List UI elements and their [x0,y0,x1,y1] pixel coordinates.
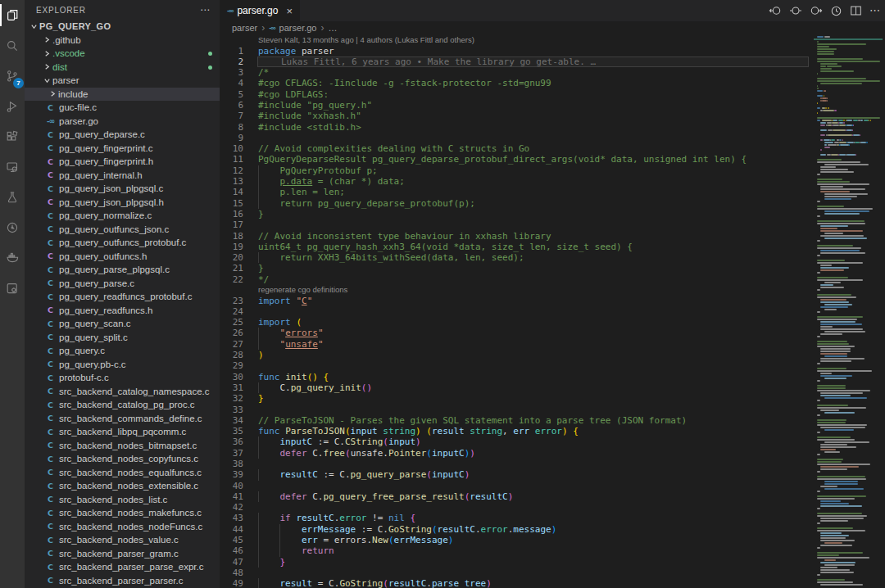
timeline-icon[interactable] [830,5,842,17]
line-number[interactable]: 10 [220,143,243,154]
line-number[interactable]: 38 [220,459,243,469]
minimap[interactable] [814,34,885,588]
line-number[interactable]: 42 [220,502,243,513]
line-number[interactable]: 11 [220,154,243,165]
line-number[interactable]: 19 [220,242,243,252]
code-link[interactable]: errors [285,328,318,338]
line-number[interactable]: 9 [220,133,243,143]
tree-file-pg_query_internal.h[interactable]: Cpg_query_internal.h [25,169,220,183]
tree-root-pg-query-go[interactable]: PG_QUERY_GO [25,20,220,34]
tree-file-src_backend_catalog_pg_proc.c[interactable]: Csrc_backend_catalog_pg_proc.c [25,398,220,412]
activity-bar-item-extensions[interactable] [0,121,25,152]
tree-file-pg_query_outfuncs_json.c[interactable]: Cpg_query_outfuncs_json.c [25,223,220,237]
line-number[interactable]: 48 [220,568,243,578]
tree-file-pg_query_scan.c[interactable]: Cpg_query_scan.c [25,317,220,331]
line-number[interactable]: 27 [220,339,243,350]
line-number[interactable]: 40 [220,481,243,491]
tree-folder-dist[interactable]: dist [25,61,220,75]
breadcrumb-file[interactable]: parser.go [279,23,317,33]
tree-file-pg_query.c[interactable]: Cpg_query.c [25,344,220,358]
line-number[interactable]: 17 [220,219,243,230]
open-changes-previous-icon[interactable] [769,5,782,16]
line-number[interactable]: 29 [220,360,243,371]
open-changes-icon[interactable] [789,5,802,16]
line-number[interactable]: 32 [220,393,243,404]
line-number[interactable]: 44 [220,524,243,535]
activity-bar-item-containers[interactable] [0,273,25,303]
line-number[interactable]: 26 [220,328,243,338]
tree-file-pg_query_outfuncs_protobuf.c[interactable]: Cpg_query_outfuncs_protobuf.c [25,236,220,250]
line-number[interactable]: 37 [220,448,243,459]
line-number[interactable]: 23 [220,296,243,306]
tree-file-src_backend_nodes_list.c[interactable]: Csrc_backend_nodes_list.c [25,493,220,507]
tree-file-src_backend_nodes_copyfuncs.c[interactable]: Csrc_backend_nodes_copyfuncs.c [25,452,220,466]
tab-parser-go[interactable]: -∞ parser.go × [220,0,300,21]
line-number[interactable]: 7 [220,111,243,121]
line-number[interactable]: 13 [220,176,243,187]
line-number[interactable]: 5 [220,89,243,100]
tree-file-src_backend_nodes_extensible.c[interactable]: Csrc_backend_nodes_extensible.c [25,479,220,493]
line-number[interactable]: 25 [220,317,243,328]
line-number[interactable]: 15 [220,198,243,209]
tree-file-src_backend_parser_parse_expr.c[interactable]: Csrc_backend_parser_parse_expr.c [25,560,220,574]
line-number[interactable]: 45 [220,535,243,545]
open-changes-next-icon[interactable] [810,5,823,16]
tree-file-src_backend_nodes_nodeFuncs.c[interactable]: Csrc_backend_nodes_nodeFuncs.c [25,520,220,534]
code-editor[interactable]: Steven Kalt, 13 months ago | 4 authors (… [220,34,814,588]
activity-bar-item-testing[interactable] [0,182,25,212]
code-link[interactable]: unsafe [285,339,318,350]
tree-file-pg_query_fingerprint.h[interactable]: Cpg_query_fingerprint.h [25,155,220,169]
tree-folder-include[interactable]: include [25,88,220,102]
line-number[interactable]: 28 [220,350,243,360]
tree-file-src_backend_parser_parser.c[interactable]: Csrc_backend_parser_parser.c [25,574,220,588]
split-editor-icon[interactable] [850,5,862,16]
tree-file-pg_query_parse_plpgsql.c[interactable]: Cpg_query_parse_plpgsql.c [25,263,220,277]
tree-file-parser.go[interactable]: -∞parser.go [25,115,220,129]
tree-file-pg_query_normalize.c[interactable]: Cpg_query_normalize.c [25,209,220,223]
line-number[interactable]: 12 [220,165,243,176]
activity-bar-item-source-control[interactable]: 7 [0,61,25,91]
tree-file-pg_query_split.c[interactable]: Cpg_query_split.c [25,331,220,345]
line-number[interactable]: 16 [220,209,243,219]
line-number[interactable]: 8 [220,122,243,133]
activity-bar-item-run-debug[interactable] [0,91,25,121]
line-number[interactable]: 4 [220,78,243,88]
tree-file-pg_query.pb-c.c[interactable]: Cpg_query.pb-c.c [25,358,220,372]
tree-file-pg_query_outfuncs.h[interactable]: Cpg_query_outfuncs.h [25,250,220,264]
activity-bar-item-explorer[interactable] [0,0,25,30]
line-number[interactable]: 1 [220,46,243,57]
line-number[interactable]: 24 [220,306,243,317]
tree-file-pg_query_deparse.c[interactable]: Cpg_query_deparse.c [25,128,220,142]
tree-file-pg_query_fingerprint.c[interactable]: Cpg_query_fingerprint.c [25,142,220,156]
tree-file-src_backend_catalog_namespace.c[interactable]: Csrc_backend_catalog_namespace.c [25,385,220,399]
tree-file-src_backend_nodes_value.c[interactable]: Csrc_backend_nodes_value.c [25,533,220,547]
line-number[interactable]: 31 [220,382,243,393]
line-number[interactable]: 39 [220,469,243,480]
tree-file-src_backend_nodes_equalfuncs.c[interactable]: Csrc_backend_nodes_equalfuncs.c [25,466,220,480]
line-number[interactable]: 41 [220,491,243,502]
tree-folder-.vscode[interactable]: .vscode [25,47,220,61]
tree-file-pg_query_json_plpgsql.h[interactable]: Cpg_query_json_plpgsql.h [25,196,220,210]
tree-file-src_backend_nodes_bitmapset.c[interactable]: Csrc_backend_nodes_bitmapset.c [25,439,220,453]
tree-file-pg_query_readfuncs.h[interactable]: Cpg_query_readfuncs.h [25,304,220,318]
line-number[interactable]: 49 [220,578,243,588]
more-actions-icon[interactable]: ⋯ [869,7,880,15]
line-number[interactable]: 6 [220,100,243,111]
code-lens[interactable]: regenerate cgo definitions [220,285,814,296]
line-number[interactable]: 30 [220,372,243,382]
line-number[interactable]: 2 [220,57,243,67]
line-number[interactable]: 36 [220,436,243,447]
tree-file-src_backend_nodes_makefuncs.c[interactable]: Csrc_backend_nodes_makefuncs.c [25,506,220,520]
tree-file-protobuf-c.c[interactable]: Cprotobuf-c.c [25,371,220,385]
tree-file-pg_query_parse.c[interactable]: Cpg_query_parse.c [25,277,220,291]
line-number[interactable]: 22 [220,274,243,285]
code-link[interactable]: C [302,296,307,306]
line-number[interactable]: 14 [220,187,243,197]
close-icon[interactable]: × [286,5,293,17]
activity-bar-item-remote-explorer[interactable] [0,152,25,182]
tree-folder-parser[interactable]: parser [25,74,220,88]
breadcrumb-symbol[interactable]: … [328,23,337,33]
line-number[interactable]: 46 [220,545,243,556]
line-number[interactable]: 21 [220,263,243,274]
line-number[interactable]: 43 [220,513,243,523]
